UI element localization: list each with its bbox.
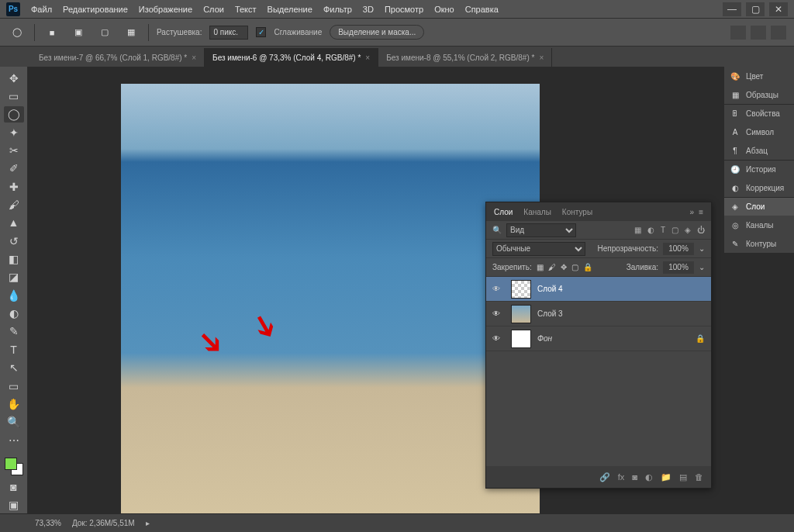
- tool-hand[interactable]: ✋: [4, 396, 24, 412]
- close-button[interactable]: ✕: [769, 2, 788, 16]
- paths-tab[interactable]: Контуры: [562, 208, 592, 216]
- filter-smart-icon[interactable]: ◈: [685, 226, 691, 234]
- chevron-right-icon[interactable]: ▸: [146, 519, 150, 527]
- menu-text[interactable]: Текст: [235, 5, 257, 14]
- lock-all-icon[interactable]: 🔒: [583, 263, 592, 271]
- tool-zoom[interactable]: 🔍: [4, 414, 24, 430]
- doc-size[interactable]: Док: 2,36M/5,51M: [72, 519, 135, 527]
- tool-heal[interactable]: ✚: [4, 178, 24, 195]
- color-swatches[interactable]: [3, 456, 25, 477]
- channels-tab[interactable]: Каналы: [523, 208, 551, 216]
- selection-add-icon[interactable]: ▣: [69, 24, 88, 41]
- collapse-icon[interactable]: »: [690, 208, 695, 216]
- panel-swatches[interactable]: ▦Образцы: [724, 85, 794, 104]
- layer-row[interactable]: 👁 Слой 4: [486, 277, 711, 302]
- menu-window[interactable]: Окно: [434, 5, 454, 14]
- filter-shape-icon[interactable]: ▢: [671, 226, 678, 234]
- menu-3d[interactable]: 3D: [363, 5, 374, 14]
- layer-thumb[interactable]: [511, 330, 531, 348]
- link-icon[interactable]: 🔗: [599, 472, 610, 482]
- menu-image[interactable]: Изображение: [139, 5, 192, 14]
- maximize-button[interactable]: ▢: [746, 2, 765, 16]
- opacity-value[interactable]: 100%: [663, 243, 694, 255]
- document-tab[interactable]: Без имени-7 @ 66,7% (Слой 1, RGB/8#) *×: [31, 48, 205, 67]
- tool-marquee[interactable]: ▭: [4, 88, 24, 104]
- filter-pixel-icon[interactable]: ▦: [634, 226, 641, 234]
- panel-adjustments[interactable]: ◐Коррекция: [724, 178, 794, 197]
- opt-extra-3[interactable]: [771, 26, 786, 40]
- document-tab[interactable]: Без имени-6 @ 73,3% (Слой 4, RGB/8#) *×: [205, 48, 378, 67]
- close-icon[interactable]: ×: [539, 54, 544, 62]
- tool-path[interactable]: ↖: [4, 360, 24, 376]
- panel-layers[interactable]: ◈Слои: [724, 197, 794, 216]
- tool-gradient[interactable]: ◪: [4, 269, 24, 285]
- layers-tab[interactable]: Слои: [494, 208, 513, 216]
- feather-input[interactable]: [209, 26, 248, 40]
- tool-stamp[interactable]: ▲: [4, 215, 24, 231]
- delete-icon[interactable]: 🗑: [695, 472, 703, 482]
- tool-screenmode[interactable]: ▣: [4, 497, 24, 513]
- layer-row[interactable]: 👁 Фон 🔒: [486, 326, 711, 351]
- menu-select[interactable]: Выделение: [268, 5, 312, 14]
- layer-thumb[interactable]: [511, 305, 531, 323]
- filter-adjust-icon[interactable]: ◐: [647, 226, 654, 234]
- visibility-icon[interactable]: 👁: [492, 285, 505, 293]
- blend-mode-select[interactable]: Обычные: [492, 242, 585, 256]
- filter-toggle[interactable]: ⏻: [697, 226, 705, 234]
- lock-pos-icon[interactable]: ✥: [561, 263, 567, 271]
- panel-paragraph[interactable]: ¶Абзац: [724, 141, 794, 160]
- close-icon[interactable]: ×: [365, 54, 370, 62]
- tool-pen[interactable]: ✎: [4, 323, 24, 340]
- panel-menu-icon[interactable]: ≡: [699, 208, 703, 216]
- select-and-mask-button[interactable]: Выделение и маска...: [330, 25, 424, 40]
- menu-edit[interactable]: Редактирование: [63, 5, 128, 14]
- chevron-down-icon[interactable]: ⌄: [699, 244, 705, 253]
- lasso-tool-icon[interactable]: ◯: [8, 24, 26, 41]
- tool-move[interactable]: ✥: [4, 70, 24, 86]
- selection-sub-icon[interactable]: ▢: [95, 24, 114, 41]
- fx-icon[interactable]: fx: [618, 472, 625, 482]
- visibility-icon[interactable]: 👁: [492, 309, 505, 318]
- layer-row[interactable]: 👁 Слой 3: [486, 302, 711, 326]
- selection-new-icon[interactable]: ■: [43, 24, 61, 41]
- tool-dodge[interactable]: ◐: [4, 305, 24, 321]
- antialias-checkbox[interactable]: ✓: [256, 27, 266, 37]
- panel-channels[interactable]: ◎Каналы: [724, 216, 794, 234]
- menu-layers[interactable]: Слои: [203, 5, 224, 14]
- close-icon[interactable]: ×: [192, 54, 196, 62]
- panel-properties[interactable]: 🎚Свойства: [724, 104, 794, 123]
- filter-type-icon[interactable]: T: [661, 226, 665, 234]
- minimize-button[interactable]: ―: [723, 2, 741, 16]
- tool-quickselect[interactable]: ✦: [4, 124, 24, 140]
- selection-intersect-icon[interactable]: ▦: [122, 24, 140, 41]
- visibility-icon[interactable]: 👁: [492, 334, 505, 343]
- chevron-down-icon[interactable]: ⌄: [699, 263, 705, 271]
- tool-brush[interactable]: 🖌: [4, 196, 24, 212]
- layer-name[interactable]: Слой 3: [537, 309, 563, 318]
- mask-icon[interactable]: ◙: [632, 472, 637, 482]
- panel-paths[interactable]: ✎Контуры: [724, 234, 794, 253]
- panel-color[interactable]: 🎨Цвет: [724, 67, 794, 85]
- layer-name[interactable]: Фон: [537, 334, 552, 343]
- layer-name[interactable]: Слой 4: [537, 285, 563, 293]
- tool-shape[interactable]: ▭: [4, 378, 24, 394]
- lock-trans-icon[interactable]: ▦: [537, 263, 544, 271]
- opt-extra-1[interactable]: [730, 26, 746, 40]
- group-icon[interactable]: 📁: [661, 472, 671, 482]
- menu-filter[interactable]: Фильтр: [323, 5, 352, 14]
- menu-help[interactable]: Справка: [465, 5, 499, 14]
- zoom-level[interactable]: 73,33%: [35, 519, 61, 527]
- opt-extra-2[interactable]: [751, 26, 766, 40]
- lock-pixel-icon[interactable]: 🖌: [548, 263, 556, 271]
- document-tab[interactable]: Без имени-8 @ 55,1% (Слой 2, RGB/8#) *×: [378, 48, 552, 67]
- tool-history[interactable]: ↺: [4, 233, 24, 249]
- layer-thumb[interactable]: [511, 280, 531, 299]
- fill-value[interactable]: 100%: [663, 261, 694, 274]
- filter-select[interactable]: Вид: [506, 223, 576, 237]
- tool-more[interactable]: ⋯: [4, 432, 24, 448]
- tool-crop[interactable]: ✂: [4, 142, 24, 158]
- menu-file[interactable]: Файл: [31, 5, 52, 14]
- panel-history[interactable]: 🕘История: [724, 160, 794, 178]
- tool-eraser[interactable]: ◧: [4, 250, 24, 267]
- lock-artboard-icon[interactable]: ▢: [571, 263, 578, 271]
